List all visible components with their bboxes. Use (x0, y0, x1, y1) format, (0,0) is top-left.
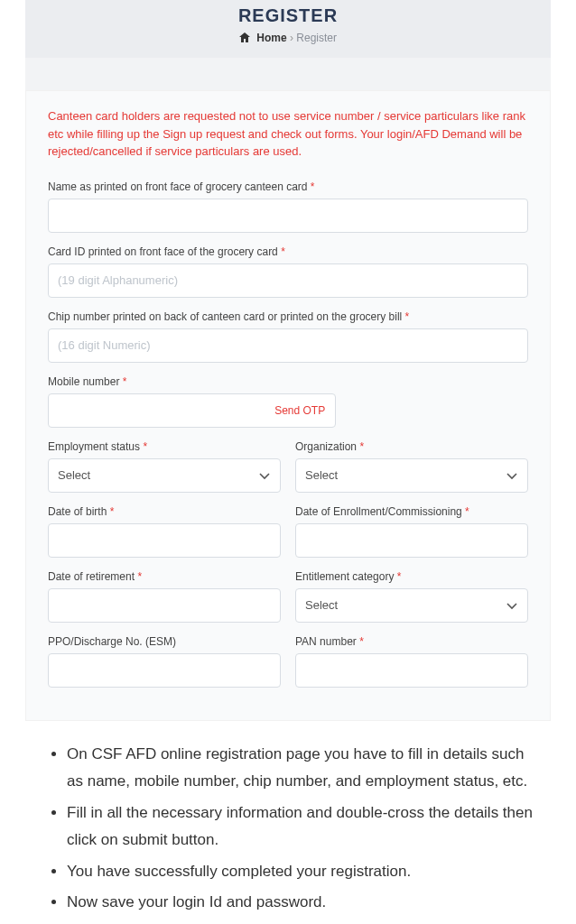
warning-notice: Canteen card holders are requested not t… (48, 107, 528, 161)
ppo-label: PPO/Discharge No. (ESM) (48, 635, 281, 648)
instruction-item: On CSF AFD online registration page you … (67, 741, 542, 796)
chip-number-input[interactable] (48, 328, 528, 363)
send-otp-button[interactable]: Send OTP (274, 404, 325, 417)
organization-select[interactable]: Select (295, 458, 528, 493)
employment-status-label: Employment status * (48, 440, 281, 453)
instruction-item: You have successfully completed your reg… (67, 858, 542, 886)
enrollment-label: Date of Enrollment/Commissioning * (295, 505, 528, 518)
page-title: REGISTER (25, 5, 551, 26)
employment-status-select[interactable]: Select (48, 458, 281, 493)
dob-label: Date of birth * (48, 505, 281, 518)
entitlement-select[interactable]: Select (295, 588, 528, 623)
retirement-input[interactable] (48, 588, 281, 623)
breadcrumb-current: Register (296, 32, 337, 44)
organization-label: Organization * (295, 440, 528, 453)
ppo-input[interactable] (48, 653, 281, 688)
entitlement-label: Entitlement category * (295, 570, 528, 583)
card-id-label: Card ID printed on front face of the gro… (48, 245, 528, 258)
chip-number-label: Chip number printed on back of canteen c… (48, 310, 528, 323)
dob-input[interactable] (48, 523, 281, 558)
instruction-item: Fill in all the necessary information an… (67, 799, 542, 855)
card-id-input[interactable] (48, 263, 528, 298)
instructions-list: On CSF AFD online registration page you … (25, 721, 551, 925)
mobile-label: Mobile number * (48, 375, 528, 388)
breadcrumb: Home › Register (25, 32, 551, 45)
page-header: REGISTER Home › Register (25, 0, 551, 58)
pan-input[interactable] (295, 653, 528, 688)
home-icon (239, 32, 250, 45)
name-input[interactable] (48, 199, 528, 233)
pan-label: PAN number * (295, 635, 528, 648)
instruction-item: Now save your login Id and password. (67, 889, 542, 917)
breadcrumb-home-link[interactable]: Home (256, 32, 286, 44)
enrollment-input[interactable] (295, 523, 528, 558)
name-label: Name as printed on front face of grocery… (48, 180, 528, 193)
retirement-label: Date of retirement * (48, 570, 281, 583)
register-form: Canteen card holders are requested not t… (25, 90, 551, 721)
